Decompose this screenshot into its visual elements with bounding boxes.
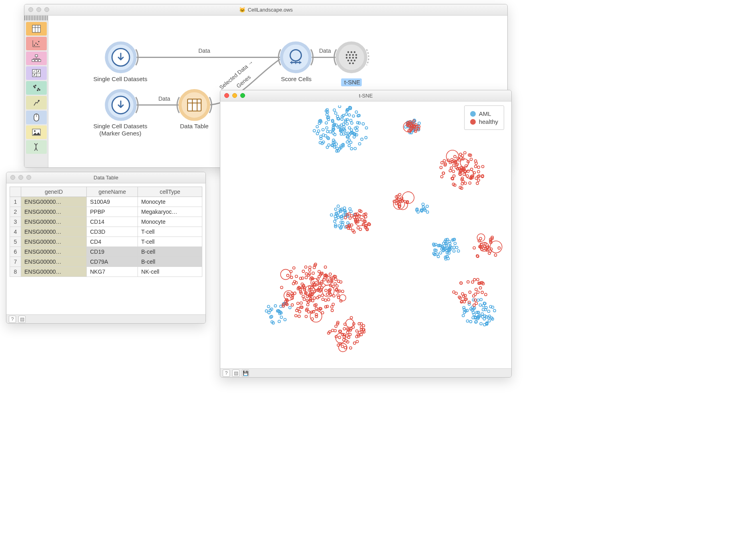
table-row[interactable]: 7ENSG00000…CD79AB-cell <box>10 257 202 267</box>
minimize-icon[interactable] <box>18 175 23 180</box>
svg-point-634 <box>325 289 327 292</box>
canvas-titlebar[interactable]: 🐱 CellLandscape.ows <box>24 4 507 16</box>
column-header[interactable]: cellType <box>138 187 202 197</box>
table-row[interactable]: 4ENSG00000…CD3DT-cell <box>10 227 202 237</box>
svg-point-867 <box>479 286 482 289</box>
svg-point-25 <box>39 89 40 91</box>
table-row[interactable]: 6ENSG00000…CD19B-cell <box>10 247 202 257</box>
svg-point-711 <box>293 267 295 269</box>
svg-point-464 <box>452 170 455 173</box>
help-button[interactable]: ? <box>223 370 230 377</box>
tool-file[interactable] <box>26 22 47 36</box>
table-row[interactable]: 2ENSG00000…PPBPMegakaryoc… <box>10 207 202 217</box>
minimize-icon[interactable] <box>232 93 237 98</box>
cell-genename: CD79A <box>87 257 138 267</box>
table-row[interactable]: 5ENSG00000…CD4T-cell <box>10 237 202 247</box>
svg-point-55 <box>346 57 347 58</box>
svg-point-762 <box>297 307 299 310</box>
node-single-cell-datasets[interactable] <box>106 43 138 72</box>
minimize-icon[interactable] <box>36 7 41 12</box>
zoom-icon[interactable] <box>240 93 245 98</box>
legend-item-aml[interactable]: AML <box>470 110 498 117</box>
report-button[interactable]: ▤ <box>232 370 239 377</box>
row-number: 6 <box>10 247 21 257</box>
tool-person[interactable] <box>26 96 47 109</box>
legend-item-healthy[interactable]: healthy <box>470 118 498 125</box>
tool-mouse[interactable] <box>26 111 47 124</box>
node-data-table[interactable] <box>177 91 211 119</box>
node-score-cells[interactable] <box>279 43 313 72</box>
svg-point-771 <box>333 294 335 297</box>
column-header[interactable] <box>10 187 21 197</box>
tool-cluster[interactable] <box>26 81 47 95</box>
zoom-icon[interactable] <box>26 175 31 180</box>
svg-point-49 <box>351 51 352 53</box>
tool-scatter[interactable] <box>26 37 47 50</box>
svg-point-27 <box>38 100 40 101</box>
close-icon[interactable] <box>224 93 229 98</box>
cell-genename: CD4 <box>87 237 138 247</box>
table-row[interactable]: 3ENSG00000…CD14Monocyte <box>10 217 202 227</box>
link-label: Data <box>158 95 170 102</box>
svg-point-24 <box>38 88 39 89</box>
column-header[interactable]: geneName <box>87 187 138 197</box>
svg-point-339 <box>477 299 479 301</box>
svg-point-50 <box>354 51 355 53</box>
report-button[interactable]: ▤ <box>18 316 26 323</box>
tsne-titlebar[interactable]: t-SNE <box>220 90 511 101</box>
zoom-icon[interactable] <box>44 7 49 12</box>
data-table-title: Data Table <box>94 175 118 181</box>
svg-point-52 <box>349 54 351 56</box>
canvas-title: CellLandscape.ows <box>248 7 293 13</box>
svg-point-665 <box>291 304 293 306</box>
save-button[interactable]: 💾 <box>242 370 249 377</box>
svg-point-810 <box>335 325 337 327</box>
svg-point-253 <box>340 221 342 223</box>
svg-point-329 <box>426 205 429 207</box>
svg-point-440 <box>449 169 451 172</box>
gene-table[interactable]: geneIDgeneNamecellType 1ENSG00000…S100A9… <box>10 187 202 277</box>
svg-point-184 <box>345 119 347 121</box>
toolbox-expand-handle[interactable] <box>24 16 48 20</box>
tool-confusion[interactable]: ✓✗✗○ <box>26 66 47 80</box>
svg-point-80 <box>358 143 361 145</box>
row-number: 5 <box>10 237 21 247</box>
svg-point-606 <box>312 272 314 274</box>
tool-image[interactable] <box>26 125 47 139</box>
node-single-cell-datasets-marker[interactable] <box>106 91 138 119</box>
svg-point-456 <box>463 173 465 175</box>
cell-geneid: ENSG00000… <box>21 217 87 227</box>
svg-point-829 <box>349 347 352 349</box>
svg-point-894 <box>474 299 477 301</box>
svg-point-644 <box>305 315 307 318</box>
data-table-titlebar[interactable]: Data Table <box>6 172 205 183</box>
svg-point-682 <box>290 276 293 278</box>
svg-point-47 <box>337 43 366 72</box>
node-tsne[interactable] <box>334 43 369 72</box>
svg-rect-12 <box>35 60 38 62</box>
svg-point-869 <box>475 302 477 304</box>
tool-tree[interactable] <box>26 52 47 65</box>
svg-point-884 <box>473 295 475 297</box>
svg-point-133 <box>356 129 358 131</box>
svg-point-881 <box>453 291 455 293</box>
close-icon[interactable] <box>10 175 15 180</box>
svg-point-72 <box>365 127 367 129</box>
row-number: 2 <box>10 207 21 217</box>
svg-point-107 <box>341 118 343 120</box>
svg-point-746 <box>305 266 307 268</box>
table-row[interactable]: 8ENSG00000…NKG7NK-cell <box>10 267 202 277</box>
tsne-scatter-plot[interactable] <box>224 105 507 364</box>
svg-point-455 <box>453 175 455 177</box>
svg-point-195 <box>418 122 420 124</box>
svg-rect-10 <box>35 55 38 57</box>
svg-point-140 <box>352 115 355 117</box>
cell-genename: PPBP <box>87 207 138 217</box>
column-header[interactable]: geneID <box>21 187 87 197</box>
table-row[interactable]: 1ENSG00000…S100A9Monocyte <box>10 197 202 207</box>
tool-dna[interactable] <box>26 140 47 154</box>
close-icon[interactable] <box>28 7 33 12</box>
svg-point-716 <box>308 269 311 271</box>
help-button[interactable]: ? <box>9 316 16 323</box>
svg-point-145 <box>332 132 334 134</box>
